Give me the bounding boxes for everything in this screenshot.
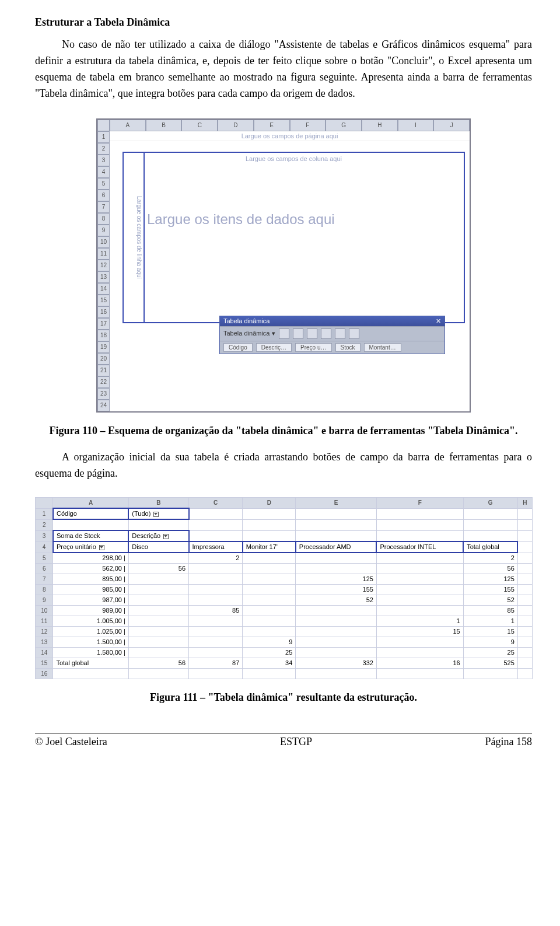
cell[interactable] — [517, 574, 532, 585]
cell[interactable] — [243, 595, 296, 606]
cell[interactable] — [517, 519, 532, 530]
cell[interactable] — [463, 669, 517, 679]
row-header[interactable]: 20 — [97, 353, 110, 365]
cell[interactable] — [189, 564, 243, 574]
cell[interactable]: Total global — [463, 541, 517, 553]
cell[interactable] — [463, 519, 517, 530]
cell[interactable] — [376, 519, 463, 530]
cell[interactable] — [296, 508, 377, 519]
cell[interactable] — [517, 553, 532, 564]
cell[interactable] — [243, 669, 296, 679]
col-header[interactable]: G — [326, 120, 362, 131]
cell[interactable] — [376, 564, 463, 574]
cell[interactable] — [128, 627, 188, 637]
row-header[interactable]: 4 — [97, 166, 110, 178]
cell[interactable] — [243, 616, 296, 627]
cell[interactable] — [517, 585, 532, 595]
row-header[interactable]: 18 — [97, 330, 110, 341]
cell[interactable] — [376, 585, 463, 595]
cell[interactable]: 2 — [189, 553, 243, 564]
dropdown-icon[interactable] — [163, 534, 169, 539]
cell[interactable]: 125 — [296, 574, 377, 585]
field-button[interactable]: Código — [223, 343, 253, 352]
dropdown-icon[interactable] — [99, 545, 104, 550]
field-button[interactable]: Montant… — [364, 343, 401, 352]
row-header[interactable]: 2 — [97, 143, 110, 155]
cell[interactable] — [243, 585, 296, 595]
row-header[interactable]: 14 — [36, 648, 53, 658]
col-header[interactable]: C — [181, 120, 218, 131]
chart-wizard-icon[interactable] — [279, 329, 289, 339]
cell[interactable] — [243, 530, 296, 541]
row-header[interactable]: 6 — [36, 564, 53, 574]
row-header[interactable]: 5 — [97, 178, 110, 190]
field-button[interactable]: Stock — [335, 343, 360, 352]
row-header[interactable]: 1 — [97, 131, 110, 143]
cell[interactable]: 1.500,00 | — [53, 637, 128, 648]
cell[interactable] — [128, 616, 188, 627]
cell[interactable] — [296, 627, 377, 637]
hide-detail-icon[interactable] — [307, 329, 317, 339]
page-field-drop[interactable]: Largue os campos de página aqui — [110, 131, 470, 141]
cell[interactable]: 25 — [463, 648, 517, 658]
row-header[interactable]: 3 — [97, 155, 110, 166]
cell[interactable] — [128, 585, 188, 595]
cell[interactable] — [517, 564, 532, 574]
cell[interactable]: 525 — [463, 658, 517, 669]
col-header[interactable]: H — [362, 120, 398, 131]
cell[interactable] — [463, 508, 517, 519]
cell[interactable]: Preço unitário — [53, 541, 128, 553]
cell[interactable] — [128, 574, 188, 585]
col-header[interactable] — [36, 498, 53, 509]
cell[interactable]: 987,00 | — [53, 595, 128, 606]
cell[interactable]: 85 — [189, 606, 243, 616]
cell[interactable]: 332 — [296, 658, 377, 669]
pivot-wizard-icon[interactable] — [293, 329, 303, 339]
cell[interactable] — [517, 658, 532, 669]
cell[interactable] — [189, 669, 243, 679]
cell[interactable]: Impressora — [189, 541, 243, 553]
row-header[interactable]: 8 — [36, 585, 53, 595]
cell[interactable] — [376, 669, 463, 679]
col-header[interactable]: E — [254, 120, 290, 131]
row-header[interactable]: 16 — [97, 306, 110, 318]
cell[interactable]: 16 — [376, 658, 463, 669]
cell[interactable] — [128, 637, 188, 648]
cell[interactable] — [376, 606, 463, 616]
row-header[interactable]: 15 — [36, 658, 53, 669]
cell[interactable] — [296, 669, 377, 679]
row-header[interactable]: 13 — [36, 637, 53, 648]
cell[interactable]: 155 — [296, 585, 377, 595]
cell[interactable] — [243, 564, 296, 574]
cell[interactable]: 87 — [189, 658, 243, 669]
cell[interactable] — [376, 508, 463, 519]
cell[interactable] — [517, 508, 532, 519]
cell[interactable] — [53, 669, 128, 679]
col-header[interactable]: H — [517, 498, 532, 509]
cell[interactable]: Processador AMD — [296, 541, 377, 553]
cell[interactable] — [243, 508, 296, 519]
cell[interactable]: Total global — [53, 658, 128, 669]
cell[interactable] — [517, 530, 532, 541]
cell[interactable]: (Tudo) — [128, 508, 188, 519]
pivot-layout-area[interactable]: Largue os campos de coluna aqui Largue o… — [123, 152, 465, 323]
row-header[interactable]: 12 — [36, 627, 53, 637]
row-header[interactable]: 9 — [97, 225, 110, 236]
field-button[interactable]: Preço u… — [295, 343, 331, 352]
cell[interactable]: 1.025,00 | — [53, 627, 128, 637]
cell[interactable] — [189, 574, 243, 585]
cell[interactable]: 15 — [376, 627, 463, 637]
cell[interactable] — [296, 648, 377, 658]
cell[interactable]: Processador INTEL — [376, 541, 463, 553]
field-button[interactable]: Descriç… — [256, 343, 292, 352]
row-header[interactable]: 15 — [97, 295, 110, 306]
cell[interactable] — [296, 564, 377, 574]
cell[interactable] — [128, 519, 188, 530]
toolbar-menu[interactable]: Tabela dinâmica ▾ — [223, 330, 275, 337]
cell[interactable] — [189, 508, 243, 519]
cell[interactable] — [463, 530, 517, 541]
cell[interactable]: 1.580,00 | — [53, 648, 128, 658]
cell[interactable]: Código — [53, 508, 128, 519]
row-header[interactable]: 13 — [97, 271, 110, 283]
col-header[interactable]: I — [398, 120, 434, 131]
